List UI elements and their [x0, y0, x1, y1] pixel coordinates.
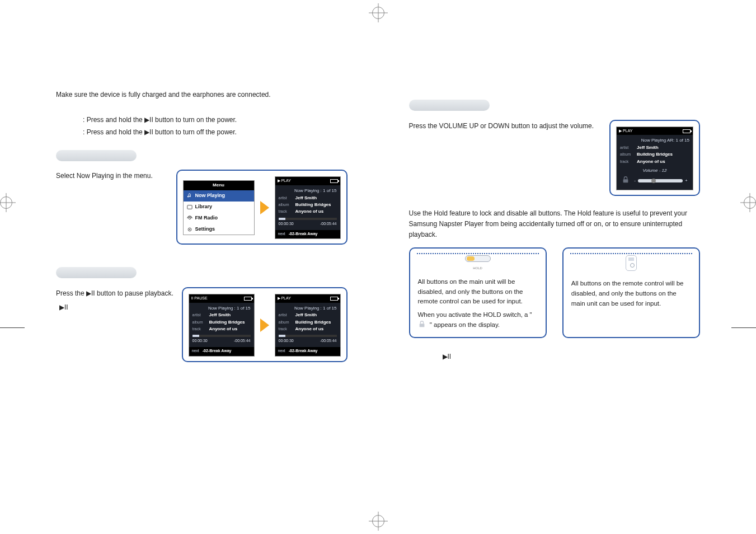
gear-icon — [187, 227, 192, 232]
battery-icon — [330, 297, 338, 301]
progress-bar — [279, 218, 337, 220]
footer-glyph: ▶II — [443, 352, 701, 362]
status-pause: II PAUSE — [191, 296, 208, 302]
hold-main-text-1: All buttons on the main unit will be dis… — [418, 277, 538, 307]
lock-icon — [418, 320, 428, 330]
section-heading-pill — [409, 100, 490, 111]
np-count: Now Playing : 1 of 15 — [279, 188, 337, 194]
lock-icon — [622, 176, 632, 186]
remote-icon — [626, 255, 637, 271]
page-right: Press the VOLUME UP or DOWN button to ad… — [378, 0, 757, 534]
volume-slider — [638, 179, 683, 182]
arrow-right-icon — [260, 318, 269, 332]
menu-item-label: Library — [195, 203, 213, 211]
radio-icon — [187, 216, 192, 221]
device-screen-volume: ▶ PLAY Now Playing AR: 1 of 15 artistJef… — [616, 127, 693, 191]
svg-rect-5 — [419, 324, 424, 327]
device-screen-menu: Menu Now Playing — [183, 180, 255, 235]
device-screen-play: ▶ PLAY Now Playing : 1 of 15 artistJeff … — [275, 176, 341, 239]
library-icon — [187, 204, 192, 210]
hold-remote-text: All buttons on the remote control will b… — [571, 279, 691, 308]
hold-slider-icon: HOLD — [465, 255, 491, 271]
power-off-text: : Press and hold the ▶II button to turn … — [83, 127, 348, 138]
menu-item-library: Library — [184, 202, 254, 213]
device-screen-pause: II PAUSE Now Playing : 1 of 15 artistJef… — [189, 294, 255, 357]
arrow-right-icon — [260, 201, 269, 214]
music-note-icon — [187, 193, 192, 199]
playing-music-text: Select Now Playing in the menu. — [56, 171, 168, 181]
volume-label: Volume - 12 — [620, 167, 689, 174]
page-left: Make sure the device is fully charged an… — [0, 0, 378, 534]
section-hold: Use the Hold feature to lock and disable… — [409, 208, 701, 362]
menu-item-fm-radio: FM Radio — [184, 213, 254, 224]
battery-icon — [683, 129, 691, 133]
figure-playing-music: Menu Now Playing — [176, 170, 348, 245]
svg-rect-4 — [623, 180, 628, 183]
svg-point-1 — [189, 217, 190, 219]
menu-item-label: FM Radio — [195, 214, 218, 222]
svg-point-3 — [189, 229, 190, 230]
section-volume: Press the VOLUME UP or DOWN button to ad… — [409, 90, 701, 196]
hold-main-text-2: When you activate the HOLD switch, a " "… — [418, 310, 538, 330]
power-on-text: : Press and hold the ▶II button to turn … — [83, 115, 348, 125]
hold-remote-card: All buttons on the remote control will b… — [562, 247, 700, 338]
menu-item-label: Settings — [195, 226, 215, 233]
figure-pausing-music: II PAUSE Now Playing : 1 of 15 artistJef… — [182, 287, 348, 362]
menu-item-settings: Settings — [184, 224, 254, 235]
pause-note-glyph: ▶II — [59, 302, 174, 313]
menu-item-now-playing: Now Playing — [184, 190, 254, 202]
hold-intro-text: Use the Hold feature to lock and disable… — [409, 208, 701, 240]
intro-text: Make sure the device is fully charged an… — [56, 90, 348, 100]
menu-item-label: Now Playing — [195, 192, 226, 200]
section-heading-pill — [56, 150, 137, 161]
status-play: ▶ PLAY — [278, 178, 291, 184]
section-playing-music: Select Now Playing in the menu. Menu Now… — [56, 140, 348, 245]
section-pausing-music: Press the ▶II button to pause playback. … — [56, 257, 348, 362]
battery-icon — [244, 297, 252, 301]
battery-icon — [330, 179, 338, 183]
pausing-text: Press the ▶II button to pause playback. — [56, 288, 174, 299]
figure-volume: ▶ PLAY Now Playing AR: 1 of 15 artistJef… — [609, 120, 700, 196]
hold-main-card: HOLD All buttons on the main unit will b… — [409, 247, 547, 338]
svg-rect-0 — [187, 205, 191, 209]
section-heading-pill — [56, 267, 137, 278]
menu-title: Menu — [184, 181, 254, 190]
device-screen-play-2: ▶ PLAY Now Playing : 1 of 15 artistJeff … — [275, 294, 341, 357]
volume-text: Press the VOLUME UP or DOWN button to ad… — [409, 121, 602, 132]
